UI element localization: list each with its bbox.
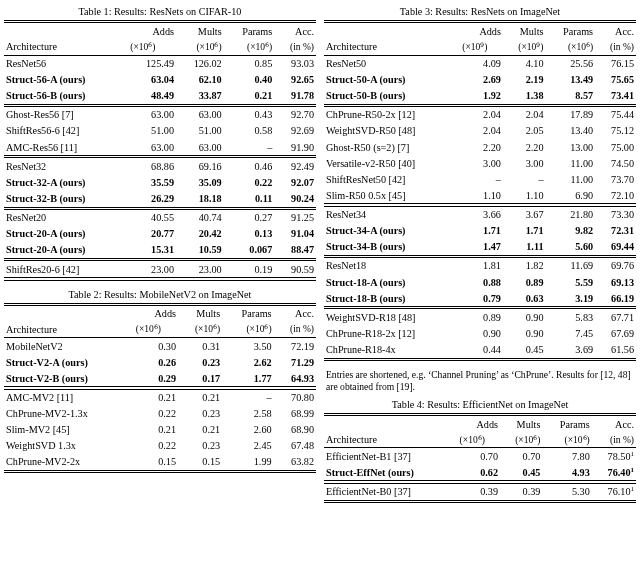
cell: 0.58 <box>224 123 275 139</box>
arch-name: ResNet50 <box>324 56 460 72</box>
cell: 75.44 <box>595 107 636 123</box>
arch-name: WeightSVD 1.3x <box>4 438 134 454</box>
cell: 3.19 <box>546 290 596 307</box>
table-row: Struct-20-A (ours)20.7720.420.1391.04 <box>4 226 316 242</box>
arch-name: EfficientNet-B1 [37] <box>324 448 458 464</box>
table-row: Ghost-R50 (s=2) [7]2.202.2013.0075.00 <box>324 139 636 155</box>
cell: 74.50 <box>595 155 636 171</box>
cell: 62.10 <box>176 72 224 88</box>
table-row: Struct-20-A (ours)15.3110.590.06788.47 <box>4 242 316 259</box>
cell: 71.29 <box>274 354 316 370</box>
cell: 0.26 <box>134 354 178 370</box>
cell: 20.77 <box>128 226 176 242</box>
table-row: Struct-32-A (ours)35.5935.090.2292.07 <box>4 174 316 190</box>
cell: 69.44 <box>595 239 636 256</box>
cell: 126.02 <box>176 56 224 72</box>
cell: 0.22 <box>134 438 178 454</box>
arch-name: Struct-56-B (ours) <box>4 88 128 105</box>
table-row: ResNet2040.5540.740.2791.25 <box>4 210 316 226</box>
arch-name: ResNet34 <box>324 207 460 223</box>
cell: 67.48 <box>274 438 316 454</box>
table-row: ResNet504.094.1025.5676.15 <box>324 56 636 72</box>
cell: 3.69 <box>546 341 596 358</box>
arch-name: ChPrune-R50-2x [12] <box>324 107 460 123</box>
cell: 0.90 <box>460 325 503 341</box>
cell: 0.21 <box>178 422 222 438</box>
col-architecture: Architecture <box>4 306 134 338</box>
table-row: Struct-EffNet (ours)0.620.454.9376.401 <box>324 464 636 481</box>
cell: 51.00 <box>128 123 176 139</box>
cell: 92.65 <box>274 72 316 88</box>
cell: 5.60 <box>546 239 596 256</box>
table-2-header: ArchitectureAddsMultsParamsAcc. <box>4 306 316 322</box>
cell: 90.59 <box>274 261 316 278</box>
arch-name: Struct-50-B (ours) <box>324 88 460 105</box>
col-architecture: Architecture <box>324 23 460 55</box>
cell: 88.47 <box>274 242 316 259</box>
arch-name: Slim-MV2 [45] <box>4 422 134 438</box>
cell: 0.31 <box>178 338 222 354</box>
cell: 73.41 <box>595 88 636 105</box>
table-row: AMC-MV2 [11]0.210.21–70.80 <box>4 390 316 406</box>
cell: – <box>460 171 503 187</box>
cell: 3.50 <box>222 338 273 354</box>
arch-name: Struct-56-A (ours) <box>4 72 128 88</box>
cell: 0.88 <box>460 274 503 290</box>
arch-name: ChPrune-MV2-1.3x <box>4 406 134 422</box>
cell: 0.30 <box>134 338 178 354</box>
cell: 20.42 <box>176 226 224 242</box>
cell: 2.20 <box>503 139 546 155</box>
cell: 69.76 <box>595 258 636 274</box>
cell: 13.40 <box>546 123 596 139</box>
unit: (×10⁶) <box>546 39 596 55</box>
cell: 5.83 <box>546 309 596 325</box>
cell: 0.45 <box>503 341 546 358</box>
cell: 4.09 <box>460 56 503 72</box>
cell: 0.23 <box>178 438 222 454</box>
cell: 48.49 <box>128 88 176 105</box>
table-row: Struct-50-A (ours)2.692.1913.4975.65 <box>324 72 636 88</box>
table-row: Struct-56-A (ours)63.0462.100.4092.65 <box>4 72 316 88</box>
table-row: Versatile-v2-R50 [40]3.003.0011.0074.50 <box>324 155 636 171</box>
col-mults: Mults <box>503 23 546 39</box>
table-1-header: ArchitectureAddsMultsParamsAcc. <box>4 23 316 39</box>
cell: 0.27 <box>224 210 275 226</box>
cell: 76.101 <box>592 484 636 501</box>
cell: 0.17 <box>178 370 222 387</box>
table-row: ChPrune-R18-2x [12]0.900.907.4567.69 <box>324 325 636 341</box>
cell: – <box>224 139 275 156</box>
cell: 70.80 <box>274 390 316 406</box>
cell: 0.63 <box>503 290 546 307</box>
cell: 23.00 <box>128 261 176 278</box>
cell: 73.30 <box>595 207 636 223</box>
unit: (×10⁶) <box>134 322 178 338</box>
cell: 69.16 <box>176 158 224 174</box>
table-row: Struct-V2-B (ours)0.290.171.7764.93 <box>4 370 316 387</box>
table-3-caption: Table 3: Results: ResNets on ImageNet <box>324 6 636 17</box>
cell: 2.58 <box>222 406 273 422</box>
cell: 68.99 <box>274 406 316 422</box>
arch-name: ShiftRes56-6 [42] <box>4 123 128 139</box>
cell: 67.69 <box>595 325 636 341</box>
left-column: Table 1: Results: ResNets on CIFAR-10Arc… <box>4 6 316 511</box>
table-row: ShiftRes56-6 [42]51.0051.000.5892.69 <box>4 123 316 139</box>
cell: 0.79 <box>460 290 503 307</box>
cell: 3.00 <box>460 155 503 171</box>
unit: (×10⁶) <box>458 432 500 448</box>
col-adds: Adds <box>134 306 178 322</box>
cell: 5.59 <box>546 274 596 290</box>
cell: 0.39 <box>500 484 542 501</box>
cell: 0.89 <box>503 274 546 290</box>
cell: 10.59 <box>176 242 224 259</box>
arch-name: ResNet20 <box>4 210 128 226</box>
arch-name: Struct-32-A (ours) <box>4 174 128 190</box>
table-4-header: ArchitectureAddsMultsParamsAcc. <box>324 416 636 432</box>
cell: 13.00 <box>546 139 596 155</box>
cell: 40.74 <box>176 210 224 226</box>
col-params: Params <box>542 416 591 432</box>
table-row: EfficientNet-B0 [37]0.390.395.3076.101 <box>324 484 636 501</box>
table-row: WeightSVD-R50 [48]2.042.0513.4075.12 <box>324 123 636 139</box>
arch-name: ShiftRes20-6 [42] <box>4 261 128 278</box>
cell: 1.99 <box>222 454 273 471</box>
cell: 67.71 <box>595 309 636 325</box>
